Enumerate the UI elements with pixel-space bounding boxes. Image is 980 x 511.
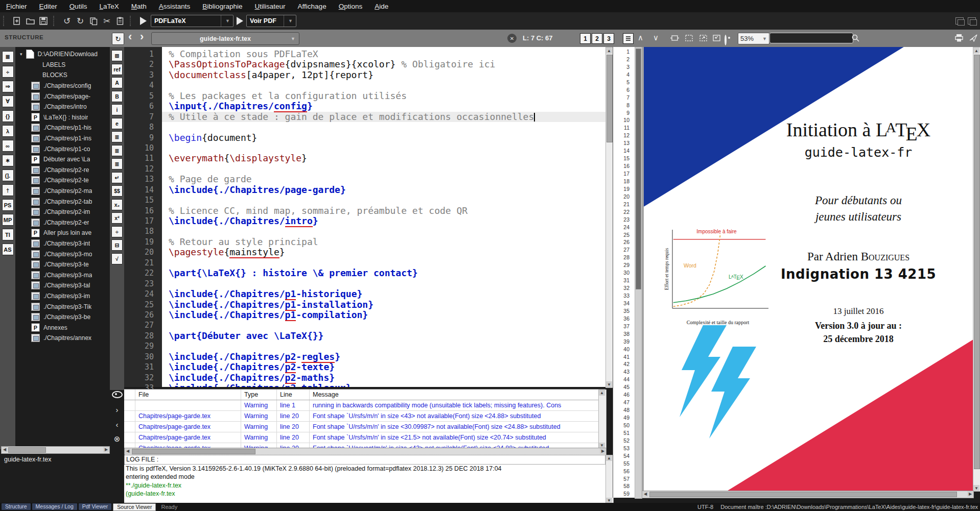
code-line[interactable]: % Licence CC, mind map, sommaire, préamb… xyxy=(162,206,605,216)
code-line[interactable]: % Utile à ce stade : gain de place et mo… xyxy=(162,112,605,122)
structure-tab[interactable]: ≣ xyxy=(2,51,14,63)
menu-item-fichier[interactable]: Fichier xyxy=(0,1,33,12)
tree-item[interactable]: ./Chapitres/p1-his xyxy=(16,123,109,133)
scroll-left-icon[interactable]: ◀ xyxy=(642,491,648,497)
previous-message-icon[interactable]: ‹ xyxy=(116,420,119,428)
tree-item[interactable]: ./Chapitres/p3-te xyxy=(16,259,109,270)
open-document-select[interactable]: guide-latex-fr.tex ▼ xyxy=(151,32,299,45)
tree-item[interactable]: ./Chapitres/p3-ma xyxy=(16,270,109,280)
math-symbols-tab[interactable]: ÷ xyxy=(2,66,14,78)
code-line[interactable] xyxy=(162,164,605,174)
new-document-button[interactable] xyxy=(10,14,24,28)
tree-item[interactable]: ./Chapitres/intro xyxy=(16,102,109,112)
next-message-icon[interactable]: › xyxy=(116,405,119,413)
tree-item[interactable]: ./Chapitres/p2-ma xyxy=(16,186,109,197)
code-line[interactable]: \pagestyle{mainstyle} xyxy=(162,247,605,257)
compiler-select[interactable]: PDFLaTeX ▼ xyxy=(151,15,234,27)
emph-icon[interactable]: e xyxy=(111,118,123,129)
menu-item-editer[interactable]: Editer xyxy=(33,1,63,12)
eye-icon[interactable] xyxy=(112,391,123,399)
code-line[interactable] xyxy=(162,195,605,205)
pstricks-tab[interactable]: PS xyxy=(2,199,14,211)
view-run-button[interactable] xyxy=(237,17,243,25)
tree-item[interactable]: ./Chapitres/page- xyxy=(16,91,109,102)
cut-button[interactable]: ✂ xyxy=(100,14,113,28)
zoom-level-select[interactable]: 53% ▼ xyxy=(738,33,769,44)
scrollbar-thumb[interactable] xyxy=(606,55,613,142)
message-row[interactable]: Chapitres/page-garde.texWarningline 20Fo… xyxy=(124,432,605,443)
tree-item[interactable]: PDébuter avec \La xyxy=(16,154,109,165)
tree-item[interactable]: ./Chapitres/p3-tal xyxy=(16,280,109,291)
brackets-tab[interactable]: (]. xyxy=(2,169,14,181)
copy-button[interactable] xyxy=(87,14,100,28)
code-line[interactable]: % Les packages et la configuration utili… xyxy=(162,91,605,101)
close-icon[interactable]: ✕ xyxy=(507,34,517,43)
ruler-vscrollbar[interactable] xyxy=(635,47,642,499)
code-line[interactable] xyxy=(162,341,605,351)
italic-icon[interactable]: i xyxy=(111,104,123,115)
code-line[interactable] xyxy=(162,320,605,330)
scroll-right-icon[interactable]: ▶ xyxy=(967,491,973,497)
code-line[interactable]: \include{./Chapitres/p2-regles} xyxy=(162,352,605,362)
tree-item[interactable]: PAller plus loin ave xyxy=(16,228,109,238)
code-line[interactable] xyxy=(162,279,605,289)
scroll-left-icon[interactable]: ◀ xyxy=(2,447,8,452)
pdf-vscrollbar[interactable]: ▲ ▼ xyxy=(973,47,980,492)
message-row[interactable]: Warningline 1running in backwards compat… xyxy=(124,400,605,411)
tree-item[interactable]: ▾D:\ADRIEN\Download xyxy=(16,49,109,60)
close-messages-icon[interactable]: ⊗ xyxy=(114,435,121,443)
code-line[interactable] xyxy=(162,80,605,90)
tree-item[interactable]: ./Chapitres/p3-Tik xyxy=(16,301,109,312)
redo-button[interactable]: ↻ xyxy=(74,14,87,28)
block-list-button[interactable] xyxy=(623,33,634,44)
code-line[interactable] xyxy=(162,143,605,153)
code-line[interactable]: \include{./Chapitres/p1-compilation} xyxy=(162,310,605,320)
tree-item[interactable]: ./Chapitres/annex xyxy=(16,333,109,344)
undo-button[interactable]: ↺ xyxy=(60,14,74,28)
scrollbar-thumb[interactable] xyxy=(974,55,980,469)
misc-symbols-tab[interactable]: ∞ xyxy=(2,140,14,152)
arrow-symbols-tab[interactable]: ⇒ xyxy=(2,81,14,92)
pdf-viewer[interactable]: Initiation à LATEX guide-latex-fr Pour d… xyxy=(642,47,973,498)
scroll-up-icon[interactable]: ▲ xyxy=(606,47,612,54)
menu-item-aide[interactable]: Aide xyxy=(368,1,394,12)
subscript-icon[interactable]: x₂ xyxy=(111,199,123,210)
message-row[interactable]: Chapitres/page-garde.texWarningline 20Fo… xyxy=(124,422,605,432)
inline-math-icon[interactable]: $$ xyxy=(111,185,123,197)
ref-icon[interactable]: ref xyxy=(111,64,123,75)
frac-icon[interactable]: ÷ xyxy=(111,226,123,237)
menu-item-bibliographie[interactable]: Bibliographie xyxy=(196,1,248,12)
code-line[interactable]: \include{./Chapitres/p1-installation} xyxy=(162,300,605,310)
viewer-select[interactable]: Voir PDF ▼ xyxy=(246,15,296,27)
previous-document-button[interactable]: ‹ xyxy=(128,30,132,43)
code-line[interactable]: \include{./Chapitres/p1-historique} xyxy=(162,289,605,299)
scroll-up-icon[interactable]: ▲ xyxy=(599,390,605,396)
code-line[interactable]: \begin{document} xyxy=(162,133,605,143)
menu-item-outils[interactable]: Outils xyxy=(63,1,94,12)
text-symbols-tab[interactable]: † xyxy=(2,184,14,196)
menu-item-affichage[interactable]: Affichage xyxy=(292,1,333,12)
superscript-icon[interactable]: x² xyxy=(111,212,123,224)
bookmark-1-button[interactable]: 1 xyxy=(580,33,591,44)
messages-vscrollbar[interactable]: ▲ ▼ xyxy=(598,390,606,449)
tree-item[interactable]: PAnnexes xyxy=(16,322,109,333)
tree-item[interactable]: ./Chapitres/p1-co xyxy=(16,143,109,154)
tree-item[interactable]: ./Chapitres/config xyxy=(16,81,109,91)
next-document-button[interactable]: › xyxy=(140,30,144,43)
scrollbar-thumb[interactable] xyxy=(649,492,957,497)
pdf-hscrollbar[interactable]: ◀ ▶ xyxy=(642,491,974,498)
bold-icon[interactable]: B xyxy=(111,91,123,102)
tikz-tab[interactable]: TI xyxy=(2,229,14,240)
search-icon[interactable] xyxy=(851,34,860,44)
special-symbols-tab[interactable]: ∗ xyxy=(2,155,14,166)
tree-item[interactable]: P\LaTeX{} : histoir xyxy=(16,112,109,123)
code-line[interactable]: \input{./Chapitres/config} xyxy=(162,101,605,111)
marquee-zoom-icon[interactable] xyxy=(685,34,693,44)
code-line[interactable]: \documentclass[a4paper, 12pt]{report} xyxy=(162,70,605,80)
frame-icon[interactable]: ⊞ xyxy=(111,50,123,61)
scroll-right-icon[interactable]: ▶ xyxy=(600,448,606,454)
code-line[interactable] xyxy=(162,122,605,132)
tree-item[interactable]: ./Chapitres/p2-im xyxy=(16,207,109,217)
dfrac-icon[interactable]: ⊟ xyxy=(111,239,123,251)
code-line[interactable] xyxy=(162,226,605,236)
